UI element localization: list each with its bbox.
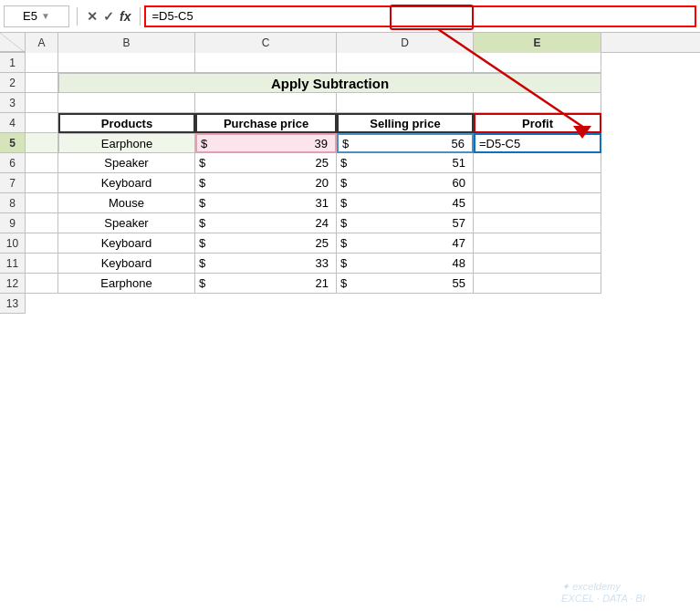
cell-b3[interactable] bbox=[58, 93, 195, 113]
col-header-e[interactable]: E bbox=[474, 33, 601, 53]
cell-c12[interactable]: $21 bbox=[195, 274, 337, 294]
cell-c11[interactable]: $33 bbox=[195, 254, 337, 274]
row-num-5[interactable]: 5 bbox=[0, 133, 26, 153]
fx-icon[interactable]: fx bbox=[120, 9, 131, 24]
spreadsheet: A B C D E 1 2 3 4 5 6 7 8 9 10 11 12 13 bbox=[0, 33, 700, 314]
row-12: Earphone $21 $55 bbox=[26, 274, 700, 294]
cell-a1[interactable] bbox=[26, 53, 58, 73]
cell-d5[interactable]: $ 56 bbox=[337, 133, 474, 153]
row-num-6[interactable]: 6 bbox=[0, 153, 26, 173]
cell-name-box[interactable]: E5 ▼ bbox=[4, 5, 69, 27]
row-num-11[interactable]: 11 bbox=[0, 254, 26, 274]
cell-d12[interactable]: $55 bbox=[337, 274, 474, 294]
cell-d11[interactable]: $48 bbox=[337, 254, 474, 274]
cell-a5[interactable] bbox=[26, 133, 58, 153]
row-num-12[interactable]: 12 bbox=[0, 274, 26, 294]
cell-c4-header[interactable]: Purchase price bbox=[195, 113, 337, 133]
confirm-icon[interactable]: ✓ bbox=[103, 9, 114, 24]
cell-c3[interactable] bbox=[195, 93, 337, 113]
value-c8: 31 bbox=[214, 196, 332, 210]
row-6: Speaker $25 $51 bbox=[26, 153, 700, 173]
cell-e8[interactable] bbox=[474, 193, 601, 213]
cell-d6[interactable]: $51 bbox=[337, 153, 474, 173]
cell-e6[interactable] bbox=[474, 153, 601, 173]
row-num-10[interactable]: 10 bbox=[0, 233, 26, 254]
cell-a7[interactable] bbox=[26, 173, 58, 193]
cell-title[interactable]: Apply Subtraction bbox=[58, 73, 601, 93]
cell-e10[interactable] bbox=[474, 233, 601, 254]
cell-e11[interactable] bbox=[474, 254, 601, 274]
row-num-9[interactable]: 9 bbox=[0, 213, 26, 233]
cell-c10[interactable]: $25 bbox=[195, 233, 337, 254]
cell-e9[interactable] bbox=[474, 213, 601, 233]
cell-reference: E5 bbox=[23, 9, 37, 23]
value-d12: 55 bbox=[355, 276, 469, 290]
cell-c6[interactable]: $25 bbox=[195, 153, 337, 173]
cell-a8[interactable] bbox=[26, 193, 58, 213]
cell-c7[interactable]: $20 bbox=[195, 173, 337, 193]
value-c9: 24 bbox=[214, 216, 332, 230]
value-d7: 60 bbox=[355, 176, 469, 190]
cell-d8[interactable]: $45 bbox=[337, 193, 474, 213]
cell-a11[interactable] bbox=[26, 254, 58, 274]
cell-c1[interactable] bbox=[195, 53, 337, 73]
row-num-8[interactable]: 8 bbox=[0, 193, 26, 213]
cell-c5[interactable]: $ 39 bbox=[195, 133, 337, 153]
cell-b6[interactable]: Speaker bbox=[58, 153, 195, 173]
watermark: ✦ exceldemyEXCEL · DATA · BI bbox=[561, 581, 645, 604]
cell-b10[interactable]: Keyboard bbox=[58, 233, 195, 254]
product-9: Speaker bbox=[104, 216, 148, 230]
col-header-d[interactable]: D bbox=[337, 33, 474, 53]
cell-c8[interactable]: $31 bbox=[195, 193, 337, 213]
cell-b1[interactable] bbox=[58, 53, 195, 73]
row-num-1[interactable]: 1 bbox=[0, 53, 26, 73]
cell-d10[interactable]: $47 bbox=[337, 233, 474, 254]
product-11: Keyboard bbox=[101, 256, 152, 270]
product-7: Keyboard bbox=[101, 176, 152, 190]
value-d8: 45 bbox=[355, 196, 469, 210]
formula-input[interactable] bbox=[144, 5, 696, 27]
cell-e7[interactable] bbox=[474, 173, 601, 193]
row-num-3[interactable]: 3 bbox=[0, 93, 26, 113]
row-num-2[interactable]: 2 bbox=[0, 73, 26, 93]
cell-e4-header[interactable]: Profit bbox=[474, 113, 601, 133]
cell-b4-header[interactable]: Products bbox=[58, 113, 195, 133]
cell-a12[interactable] bbox=[26, 274, 58, 294]
header-profit: Profit bbox=[522, 117, 553, 130]
cell-b8[interactable]: Mouse bbox=[58, 193, 195, 213]
cell-b11[interactable]: Keyboard bbox=[58, 254, 195, 274]
row-num-7[interactable]: 7 bbox=[0, 173, 26, 193]
cell-a9[interactable] bbox=[26, 213, 58, 233]
cell-e3[interactable] bbox=[474, 93, 601, 113]
row-num-13[interactable]: 13 bbox=[0, 294, 26, 314]
cell-c9[interactable]: $24 bbox=[195, 213, 337, 233]
cell-d7[interactable]: $60 bbox=[337, 173, 474, 193]
cell-b9[interactable]: Speaker bbox=[58, 213, 195, 233]
cell-e12[interactable] bbox=[474, 274, 601, 294]
row-3 bbox=[26, 93, 700, 113]
cell-b12[interactable]: Earphone bbox=[58, 274, 195, 294]
cell-b7[interactable]: Keyboard bbox=[58, 173, 195, 193]
cell-d3[interactable] bbox=[337, 93, 474, 113]
row-10: Keyboard $25 $47 bbox=[26, 233, 700, 254]
col-header-b[interactable]: B bbox=[58, 33, 195, 53]
col-header-c[interactable]: C bbox=[195, 33, 337, 53]
cell-e1[interactable] bbox=[474, 53, 601, 73]
cell-a6[interactable] bbox=[26, 153, 58, 173]
cancel-icon[interactable]: ✕ bbox=[87, 9, 98, 24]
cell-d4-header[interactable]: Selling price bbox=[337, 113, 474, 133]
value-d5: 56 bbox=[357, 137, 468, 150]
value-c5: 39 bbox=[215, 137, 331, 150]
grid: Apply Subtraction Products Purchase pric… bbox=[26, 53, 700, 314]
row-num-4[interactable]: 4 bbox=[0, 113, 26, 133]
dollar-c5: $ bbox=[201, 137, 215, 150]
cell-d9[interactable]: $57 bbox=[337, 213, 474, 233]
cell-b5[interactable]: Earphone bbox=[58, 133, 195, 153]
cell-a4[interactable] bbox=[26, 113, 58, 133]
cell-a10[interactable] bbox=[26, 233, 58, 254]
cell-a3[interactable] bbox=[26, 93, 58, 113]
cell-e5[interactable]: =D5-C5 bbox=[474, 133, 601, 153]
col-header-a[interactable]: A bbox=[26, 33, 58, 53]
cell-d1[interactable] bbox=[337, 53, 474, 73]
cell-a2[interactable] bbox=[26, 73, 58, 93]
